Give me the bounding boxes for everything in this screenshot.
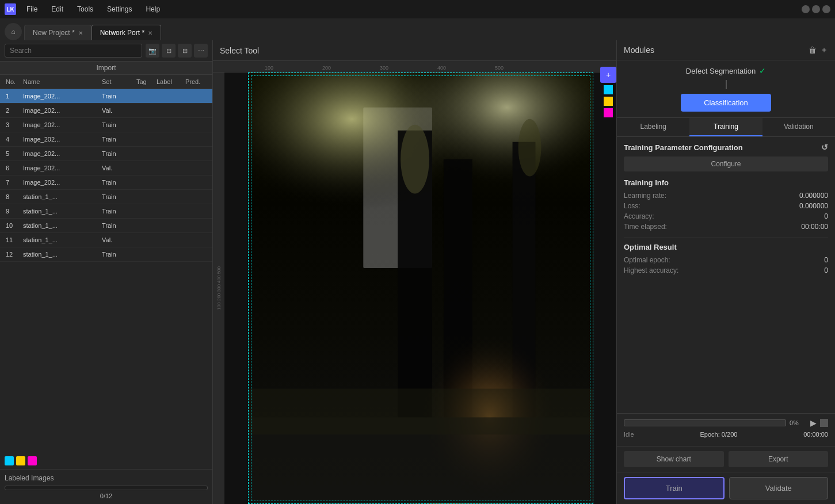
menu-edit[interactable]: Edit xyxy=(45,3,69,16)
table-row[interactable]: 8 station_1_... Train xyxy=(0,190,212,204)
progress-row: 0% ▶ xyxy=(624,418,828,427)
app-logo: LK xyxy=(5,3,16,15)
swatch-magenta xyxy=(28,456,37,465)
cell-tag xyxy=(134,167,154,169)
menu-settings[interactable]: Settings xyxy=(101,3,138,16)
cell-label xyxy=(154,109,183,112)
swatch-yellow xyxy=(16,456,25,465)
ruler-left: 100 200 300 400 500 xyxy=(213,72,224,504)
cell-no: 7 xyxy=(3,178,21,187)
camera-icon-btn[interactable]: 📷 xyxy=(146,44,159,58)
table-row[interactable]: 2 Image_202... Val. xyxy=(0,104,212,118)
tab-labeling[interactable]: Labeling xyxy=(617,118,689,136)
cell-no: 10 xyxy=(3,221,21,230)
search-bar: 📷 ⊟ ⊞ ⋯ xyxy=(0,40,212,62)
epoch-time: 00:00:00 xyxy=(803,431,828,438)
dots-icon-btn[interactable]: ⋯ xyxy=(194,44,208,58)
table-row[interactable]: 7 Image_202... Train xyxy=(0,175,212,190)
cell-set: Train xyxy=(100,192,134,201)
maximize-button[interactable] xyxy=(812,5,820,13)
tab-new-project-close[interactable]: ✕ xyxy=(78,30,83,36)
filter-icon-btn[interactable]: ⊟ xyxy=(162,44,176,58)
search-input[interactable] xyxy=(5,44,142,58)
cell-pred xyxy=(183,253,209,255)
module-connector xyxy=(726,80,727,89)
cell-set: Train xyxy=(100,178,134,187)
cell-pred xyxy=(183,95,209,97)
center-panel: Select Tool 100 200 300 400 500 100 200 … xyxy=(213,40,616,504)
accuracy-label: Accuracy: xyxy=(624,212,792,220)
add-button-area: + xyxy=(600,67,616,117)
tab-validation[interactable]: Validation xyxy=(762,118,835,136)
tab-network-port[interactable]: Network Port * ✕ xyxy=(91,25,161,40)
cell-label xyxy=(154,124,183,126)
bottom-buttons: Train Validate xyxy=(617,472,835,504)
cell-pred xyxy=(183,239,209,241)
learning-rate-value: 0.000000 xyxy=(799,192,828,200)
cell-no: 11 xyxy=(3,235,21,245)
table-row[interactable]: 11 station_1_... Val. xyxy=(0,233,212,247)
cell-pred xyxy=(183,152,209,155)
tab-network-port-label: Network Port * xyxy=(100,29,144,37)
cell-label xyxy=(154,239,183,241)
table-row[interactable]: 3 Image_202... Train xyxy=(0,118,212,132)
tab-network-port-close[interactable]: ✕ xyxy=(148,30,152,36)
training-info-label: Training Info xyxy=(624,178,669,187)
close-button[interactable] xyxy=(822,5,830,13)
cell-name: Image_202... xyxy=(21,149,100,158)
module-dropdown-label: Defect Segmentation xyxy=(686,67,756,75)
add-button[interactable]: + xyxy=(600,67,616,83)
grid-icon: ⊞ xyxy=(182,47,188,55)
cell-pred xyxy=(183,167,209,169)
table-row[interactable]: 10 station_1_... Train xyxy=(0,219,212,233)
cell-pred xyxy=(183,181,209,184)
cell-no: 2 xyxy=(3,106,21,115)
col-tag: Tag xyxy=(134,77,154,86)
table-row[interactable]: 4 Image_202... Train xyxy=(0,132,212,147)
home-tab[interactable]: ⌂ xyxy=(5,23,22,40)
menu-tools[interactable]: Tools xyxy=(71,3,99,16)
classification-button[interactable]: Classification xyxy=(681,94,771,112)
stop-button[interactable] xyxy=(820,419,828,427)
window-controls xyxy=(802,5,830,13)
tab-bar: ⌂ New Project * ✕ Network Port * ✕ xyxy=(0,18,835,40)
menu-file[interactable]: File xyxy=(21,3,43,16)
grid-icon-btn[interactable]: ⊞ xyxy=(178,44,192,58)
cell-label xyxy=(154,253,183,255)
modules-title: Modules xyxy=(624,45,654,55)
play-button[interactable]: ▶ xyxy=(810,418,817,427)
tab-training[interactable]: Training xyxy=(689,118,762,136)
table-row[interactable]: 6 Image_202... Val. xyxy=(0,161,212,175)
train-button[interactable]: Train xyxy=(624,477,725,499)
table-row[interactable]: 1 Image_202... Train xyxy=(0,89,212,104)
section-divider-1 xyxy=(624,238,828,238)
configure-button[interactable]: Configure xyxy=(624,156,828,171)
minimize-button[interactable] xyxy=(802,5,810,13)
tab-new-project[interactable]: New Project * ✕ xyxy=(24,25,91,40)
validate-button[interactable]: Validate xyxy=(729,477,829,499)
export-button[interactable]: Export xyxy=(729,451,829,467)
tab-new-project-label: New Project * xyxy=(33,29,75,37)
table-row[interactable]: 5 Image_202... Train xyxy=(0,147,212,161)
cell-set: Train xyxy=(100,135,134,144)
delete-module-button[interactable]: 🗑 xyxy=(809,45,817,55)
module-dropdown[interactable]: Defect Segmentation ✓ xyxy=(686,66,766,75)
cell-name: Image_202... xyxy=(21,178,100,187)
cell-no: 4 xyxy=(3,135,21,144)
add-module-button[interactable]: ＋ xyxy=(820,45,828,55)
more-icon: ⋯ xyxy=(198,47,204,55)
show-chart-button[interactable]: Show chart xyxy=(624,451,724,467)
table-row[interactable]: 9 station_1_... Train xyxy=(0,204,212,219)
table-row[interactable]: 12 station_1_... Train xyxy=(0,247,212,262)
refresh-icon[interactable]: ↺ xyxy=(821,143,828,152)
cell-tag xyxy=(134,239,154,241)
cell-label xyxy=(154,196,183,198)
labeled-images-label: Labeled Images xyxy=(5,474,208,482)
canvas-content[interactable] xyxy=(224,72,616,504)
tick-100: 100 xyxy=(265,65,273,71)
cell-tag xyxy=(134,138,154,140)
menu-help[interactable]: Help xyxy=(140,3,166,16)
col-name: Name xyxy=(21,77,100,86)
tool-header-label: Select Tool xyxy=(220,46,259,55)
cell-set: Train xyxy=(100,91,134,101)
